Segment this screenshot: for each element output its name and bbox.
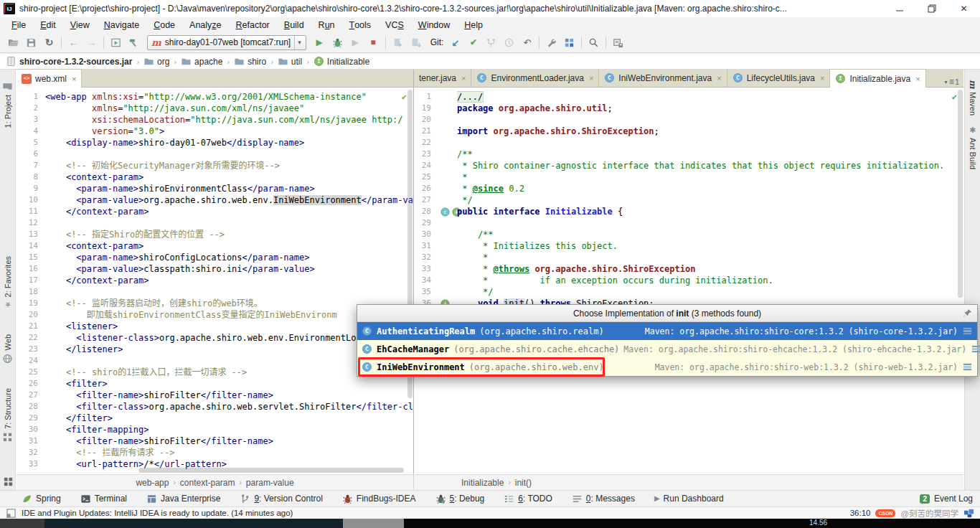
menu-build[interactable]: Build: [277, 17, 311, 32]
implementation-row-ehcachemanager[interactable]: CEhCacheManager(org.apache.shiro.cache.e…: [357, 340, 977, 358]
toolwindow-button-findbugs-idea[interactable]: FindBugs-IDEA: [342, 494, 416, 504]
inspection-status-icon[interactable]: ✔: [952, 91, 957, 103]
restore-icon[interactable]: [915, 0, 948, 17]
gutter-icons: [438, 252, 457, 263]
breadcrumb-item-shiro[interactable]: shiro: [234, 56, 266, 67]
toolwindow-label: Terminal: [95, 494, 127, 504]
sidebar-item-1-project[interactable]: 1: Project: [2, 81, 13, 128]
menu-edit[interactable]: Edit: [33, 17, 63, 32]
java-editor[interactable]: 1/.../19package org.apache.shiro.util;20…: [414, 88, 963, 474]
forward-icon[interactable]: →: [83, 34, 100, 51]
menu-analyze[interactable]: Analyze: [182, 17, 228, 32]
close-icon[interactable]: ×: [820, 74, 824, 82]
minimize-icon[interactable]: [883, 0, 915, 17]
run-window-icon[interactable]: [107, 34, 125, 51]
history-icon[interactable]: [500, 34, 518, 51]
save-all-icon[interactable]: [22, 34, 40, 51]
menu-navigate[interactable]: Navigate: [97, 17, 146, 32]
implementation-row-iniwebenvironment[interactable]: CIniWebEnvironment(org.apache.shiro.web.…: [357, 358, 977, 376]
tab-environmentloader-java[interactable]: CEnvironmentLoader.java×: [471, 69, 599, 87]
breadcrumb-item-org[interactable]: org: [143, 56, 169, 67]
project-structure-icon[interactable]: [560, 34, 578, 51]
sidebar-item-ant-build[interactable]: ✱Ant Build: [969, 126, 977, 169]
close-icon[interactable]: ×: [717, 74, 721, 82]
merge-icon[interactable]: [482, 34, 500, 51]
tab-initializable-java[interactable]: IInitializable.java×: [830, 69, 925, 88]
breadcrumb-item-apache[interactable]: apache: [181, 56, 222, 67]
sync-settings-icon[interactable]: [609, 34, 627, 51]
run-icon[interactable]: ▶: [311, 34, 329, 51]
toolwindow-button-event-log[interactable]: 2Event Log: [920, 494, 973, 504]
menu-view[interactable]: View: [63, 17, 97, 32]
rollback-icon[interactable]: ↶: [518, 34, 536, 51]
toolwindow-toggle-icon[interactable]: [6, 508, 17, 519]
toolwindow-button-version-control[interactable]: 9: Version Control: [240, 494, 322, 504]
toolwindow-button-todo[interactable]: 6: TODO: [504, 494, 552, 504]
breadcrumb-item-init-[interactable]: init(): [515, 478, 532, 488]
menu-code[interactable]: Code: [146, 17, 182, 32]
settings-wrench-icon[interactable]: [542, 34, 560, 51]
grid-icon[interactable]: [3, 476, 14, 487]
sync-icon[interactable]: ↻: [40, 34, 58, 51]
menu-run[interactable]: Run: [311, 17, 342, 32]
menu-help[interactable]: Help: [457, 17, 490, 32]
run-configuration-select[interactable]: mshiro-day01-07web [tomcat7:run]▾: [147, 35, 306, 50]
sidebar-item-7-structure[interactable]: 7: Structure: [2, 388, 13, 443]
close-icon[interactable]: ×: [461, 74, 466, 82]
close-icon[interactable]: ×: [915, 75, 920, 83]
close-icon[interactable]: ×: [72, 75, 76, 83]
implementation-row-authenticatingrealm[interactable]: CAuthenticatingRealm(org.apache.shiro.re…: [357, 322, 977, 340]
debug-icon[interactable]: [329, 34, 347, 51]
breadcrumb-item-shiro-core-1-3-2-sources-jar[interactable]: shiro-core-1.3.2-sources.jar: [6, 56, 132, 67]
gutter-icons: [438, 286, 457, 298]
popup-title[interactable]: Choose Implementation of init (3 methods…: [357, 305, 977, 322]
tab-web-xml[interactable]: <> web.xml ×: [17, 69, 82, 88]
back-icon[interactable]: ←: [65, 34, 83, 51]
build-hammer-icon[interactable]: [125, 34, 143, 51]
breadcrumb-item-initializable[interactable]: IInitializable: [314, 56, 369, 67]
update-resources-icon[interactable]: [407, 34, 425, 51]
toolwindow-button-debug[interactable]: 5: Debug: [435, 494, 485, 504]
sidebar-item-web[interactable]: Web: [2, 334, 13, 364]
xml-editor[interactable]: 1<web-app xmlns:xsi="http://www.w3.org/2…: [17, 88, 413, 474]
sidebar-item-maven[interactable]: mMaven: [969, 80, 977, 116]
toolwindow-button-terminal[interactable]: Terminal: [80, 494, 127, 504]
pin-icon[interactable]: [962, 308, 973, 319]
horizontal-scrollbar[interactable]: [138, 468, 404, 473]
inspection-status-icon[interactable]: ✔: [402, 91, 407, 103]
menu-tools[interactable]: Tools: [342, 17, 379, 32]
tab-lifecycleutils-java[interactable]: CLifecycleUtils.java×: [727, 69, 831, 87]
toolwindow-button-run-dashboard[interactable]: ▶Run Dashboard: [654, 494, 724, 504]
update-app-icon[interactable]: [389, 34, 407, 51]
breadcrumb-item-param-value[interactable]: param-value: [246, 478, 294, 488]
gutter-icons: [438, 217, 457, 229]
toolwindow-button-messages[interactable]: 0: Messages: [572, 494, 635, 504]
stop-icon[interactable]: ■: [364, 34, 382, 51]
sidebar-item-2-favorites[interactable]: ★2: Favorites: [4, 256, 12, 309]
impl-c-icon[interactable]: c: [440, 207, 451, 217]
tab-iniwebenvironment-java[interactable]: CIniWebEnvironment.java×: [599, 69, 727, 87]
search-icon[interactable]: [585, 34, 603, 51]
menu-file[interactable]: File: [4, 17, 33, 32]
breadcrumb-item-initializable[interactable]: Initializable: [461, 478, 504, 488]
coverage-icon[interactable]: ▶: [347, 34, 364, 51]
update-project-icon[interactable]: ↙: [446, 34, 464, 51]
breadcrumb-item-util[interactable]: util: [278, 56, 302, 67]
code-text: <!-- 初始化SecurityManager对象所需要的环境-->: [45, 160, 413, 171]
open-icon[interactable]: [4, 34, 22, 51]
code-line: 24: [17, 355, 413, 367]
toolwindow-button-java-enterprise[interactable]: Java Enterprise: [146, 494, 220, 504]
commit-icon[interactable]: ✔: [464, 34, 482, 51]
vertical-scrollbar[interactable]: [958, 90, 963, 298]
breadcrumb-item-web-app[interactable]: web-app: [136, 478, 169, 488]
hidden-tabs-dropdown[interactable]: ▼≡1: [939, 77, 963, 87]
close-icon[interactable]: ×: [589, 74, 593, 82]
menu-refactor[interactable]: Refactor: [229, 17, 277, 32]
tab-tener-java[interactable]: tener.java×: [414, 69, 471, 87]
menu-vcs[interactable]: VCS: [378, 17, 411, 32]
breadcrumb-item-context-param[interactable]: context-param: [180, 478, 235, 488]
toolwindow-button-spring[interactable]: Spring: [22, 494, 61, 504]
status-message[interactable]: IDE and Plugin Updates: IntelliJ IDEA is…: [22, 509, 293, 517]
close-icon[interactable]: ✕: [948, 0, 980, 17]
menu-window[interactable]: Window: [411, 17, 457, 32]
